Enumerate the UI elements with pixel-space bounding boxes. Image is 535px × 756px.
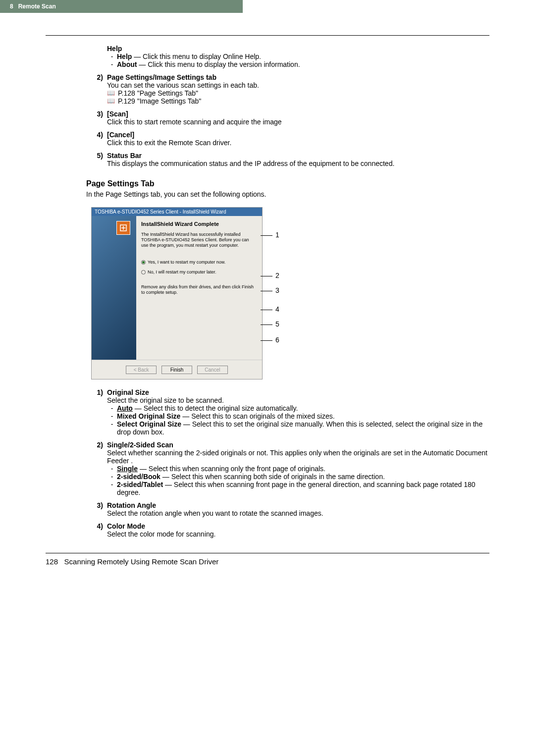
help-heading: Help — [107, 45, 489, 53]
callout-5: 5 — [275, 320, 279, 328]
chapter-title: Remote Scan — [18, 3, 56, 10]
radio-icon — [141, 270, 146, 274]
book-icon: 📖 — [107, 97, 118, 105]
finish-button[interactable]: Finish — [161, 366, 192, 374]
item-single-2sided: 2) Single/2-Sided Scan Select whether sc… — [95, 441, 489, 496]
help-item: - Help — Click this menu to display Onli… — [107, 53, 489, 60]
chapter-number: 8 — [10, 3, 13, 10]
section-title-page-settings: Page Settings Tab — [86, 179, 489, 188]
book-icon: 📖 — [107, 89, 118, 97]
dialog-note: Remove any disks from their drives, and … — [141, 284, 257, 295]
item-scan: 3) [Scan] Click this to start remote sca… — [95, 110, 489, 126]
page-footer: 128 Scanning Remotely Using Remote Scan … — [0, 553, 535, 586]
callout-1: 1 — [275, 231, 279, 239]
radio-icon — [141, 260, 146, 265]
dialog-paragraph: The InstallShield Wizard has successfull… — [141, 232, 257, 248]
callout-4: 4 — [275, 305, 279, 313]
ref-page-settings: 📖P.128 "Page Settings Tab" — [107, 89, 489, 97]
ref-image-settings: 📖P.129 "Image Settings Tab" — [107, 97, 489, 105]
radio-restart-later[interactable]: No, I will restart my computer later. — [141, 270, 257, 274]
item-rotation-angle: 3) Rotation Angle Select the rotation an… — [95, 501, 489, 517]
item-cancel: 4) [Cancel] Click this to exit the Remot… — [95, 131, 489, 147]
installer-logo-icon — [116, 221, 130, 235]
dialog-heading: InstallShield Wizard Complete — [141, 221, 257, 227]
footer-text: Scanning Remotely Using Remote Scan Driv… — [64, 557, 219, 566]
item-page-settings-tab: 2) Page Settings/Image Settings tab You … — [95, 73, 489, 105]
item-status-bar: 5) Status Bar This displays the communic… — [95, 152, 489, 167]
help-item: - About — Click this menu to display the… — [107, 60, 489, 68]
callout-6: 6 — [275, 336, 279, 344]
callout-3: 3 — [275, 286, 279, 294]
callout-2: 2 — [275, 271, 279, 279]
section-desc: In the Page Settings tab, you can set th… — [86, 190, 489, 198]
callouts: 1 2 3 4 5 6 — [266, 207, 285, 379]
cancel-button: Cancel — [197, 366, 228, 374]
screenshot-figure: TOSHIBA e-STUDIO452 Series Client - Inst… — [91, 207, 489, 379]
item-original-size: 1) Original Size Select the original siz… — [95, 388, 489, 436]
item-color-mode: 4) Color Mode Select the color mode for … — [95, 522, 489, 538]
page-number: 128 — [46, 557, 58, 566]
back-button: < Back — [126, 366, 157, 374]
radio-restart-now[interactable]: Yes, I want to restart my computer now. — [141, 260, 257, 265]
installshield-dialog: TOSHIBA e-STUDIO452 Series Client - Inst… — [91, 207, 263, 379]
dialog-sidebar-image — [92, 216, 136, 360]
chapter-header: 8 Remote Scan — [0, 0, 243, 13]
dialog-title: TOSHIBA e-STUDIO452 Series Client - Inst… — [92, 208, 262, 216]
